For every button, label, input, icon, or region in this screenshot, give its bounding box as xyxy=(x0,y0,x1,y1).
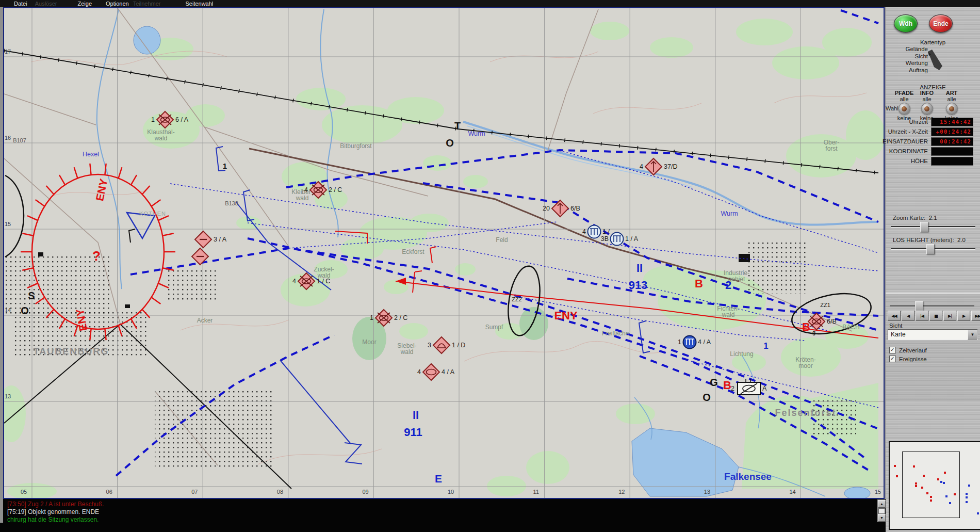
field-label: KOORDINATE xyxy=(889,148,928,154)
led-display xyxy=(931,147,973,156)
knob-pointer xyxy=(949,106,954,111)
checkbox[interactable]: ✓ xyxy=(889,356,896,362)
svg-text:6 / A: 6 / A xyxy=(175,116,189,123)
minimap-unit-dot-red xyxy=(926,492,928,494)
zoom-slider[interactable] xyxy=(891,226,975,228)
minimap-unit-dot-blue xyxy=(949,502,951,504)
svg-text:20: 20 xyxy=(543,205,550,212)
minimap[interactable] xyxy=(889,441,980,530)
wahl-label: Wahl xyxy=(886,105,899,111)
svg-text:1 / A: 1 / A xyxy=(625,235,639,243)
scrollbar-thumb[interactable] xyxy=(878,508,885,514)
minimap-unit-dot-red xyxy=(894,465,896,467)
knob-title: PFADE xyxy=(893,90,916,96)
led-value: 15:44:42 xyxy=(940,119,971,125)
chevron-down-icon[interactable]: ▼ xyxy=(968,330,977,340)
svg-text:6/B: 6/B xyxy=(570,205,580,212)
minimap-unit-dot-red xyxy=(921,487,923,489)
field-label: Uhrzeit - X-Zeit xyxy=(888,128,928,135)
svg-text:4: 4 xyxy=(640,163,643,170)
led-display: +00:24:42 xyxy=(931,127,973,136)
svg-text:4 / A: 4 / A xyxy=(698,338,711,346)
svg-text:4: 4 xyxy=(582,228,586,235)
lines-solid-blue xyxy=(216,147,650,464)
svg-text:37/D: 37/D xyxy=(664,163,677,170)
triangle-blue xyxy=(127,213,155,238)
led-value: 00:24:42 xyxy=(940,138,971,145)
menu-item-optionen[interactable]: Optionen xyxy=(106,1,129,7)
svg-text:A: A xyxy=(762,385,767,392)
svg-text:1: 1 xyxy=(678,338,681,346)
minimap-unit-dot-red xyxy=(930,499,932,502)
minimap-unit-dot-red xyxy=(923,475,925,477)
stop-button[interactable]: ■ xyxy=(929,311,942,321)
checkbox[interactable]: ✓ xyxy=(889,347,896,353)
kartentyp-option-wertung[interactable]: Wertung xyxy=(886,60,928,68)
menu-item-seitenwahl[interactable]: Seitenwahl xyxy=(185,1,213,7)
map-area[interactable]: Klausthal- waldBitburgforstKleiber- wald… xyxy=(3,7,885,499)
play-button[interactable]: ▶ xyxy=(957,311,970,321)
control-panel: Wdh Ende Kartentyp GeländeSichtWertungAu… xyxy=(886,7,980,532)
svg-text:1 / D: 1 / D xyxy=(452,342,465,349)
minimap-viewport[interactable] xyxy=(902,452,960,518)
knob-title: INFO xyxy=(916,90,938,96)
status-fields: Uhrzeit15:44:42Uhrzeit - X-Zeit+00:24:42… xyxy=(886,118,976,167)
menu-item-auslöser: Auslöser xyxy=(35,1,57,7)
wdh-button[interactable]: Wdh xyxy=(894,14,918,33)
scroll-up-icon[interactable]: ▲ xyxy=(878,500,886,508)
kartentyp-option-auftrag[interactable]: Auftrag xyxy=(886,68,928,75)
svg-text:4: 4 xyxy=(292,278,296,285)
timeline-slider[interactable] xyxy=(890,305,974,307)
playback-panel: ◀◀◀|◀■▶|▶▶▶ Sicht Karte ▼ ✓Zeitverlauf✓E… xyxy=(886,293,980,400)
minimap-unit-dot-blue xyxy=(966,496,968,498)
fast-rewind-button[interactable]: ◀◀ xyxy=(888,311,901,321)
los-value: 2.0 xyxy=(957,237,966,243)
timeline-slider-thumb[interactable] xyxy=(915,301,923,312)
field-label: HÖHE xyxy=(911,158,928,164)
log-message: [75:19] Objekt genommen. ENDE xyxy=(7,508,99,515)
field-label: EINSATZDAUER xyxy=(883,138,928,144)
kartentyp-option-gelände[interactable]: Gelände xyxy=(886,46,928,54)
play-reverse-button[interactable]: ◀ xyxy=(902,311,914,321)
kartentyp-options: GeländeSichtWertungAuftrag xyxy=(886,46,928,74)
field-label: Uhrzeit xyxy=(909,119,928,125)
zoom-slider-thumb[interactable] xyxy=(920,222,928,232)
ende-button[interactable]: Ende xyxy=(929,14,953,33)
svg-text:3B: 3B xyxy=(601,235,609,243)
knob-pointer xyxy=(924,106,929,111)
zoom-value: 2.1 xyxy=(929,215,937,221)
minimap-unit-dot-blue xyxy=(966,501,968,503)
svg-text:1 / C: 1 / C xyxy=(317,278,330,285)
checkbox-label: Ereignisse xyxy=(899,356,927,362)
svg-text:2 / C: 2 / C xyxy=(394,314,407,321)
los-slider[interactable] xyxy=(891,248,975,250)
pfade-knob[interactable] xyxy=(899,103,910,115)
fast-forward-button[interactable]: ▶▶ xyxy=(971,311,980,321)
svg-text:4: 4 xyxy=(304,186,308,194)
kartentyp-title: Kartentyp xyxy=(886,39,980,45)
map-terrain xyxy=(4,8,884,498)
minimap-unit-dot-blue xyxy=(940,481,942,483)
minimap-unit-dot-blue xyxy=(966,493,968,495)
svg-text:4: 4 xyxy=(417,368,421,376)
step-forward-button[interactable]: ▶| xyxy=(943,311,956,321)
knob-pointer xyxy=(902,106,907,111)
message-log-scrollbar[interactable]: ▲ ▼ xyxy=(877,499,885,522)
los-slider-label: LOS HEIGHT (meters): 2.0 xyxy=(893,237,966,243)
svg-text:3 / A: 3 / A xyxy=(214,236,227,243)
menu-item-zeige[interactable]: Zeige xyxy=(77,1,92,7)
sicht-label: Sicht xyxy=(889,323,903,329)
pen-cursor-icon xyxy=(927,49,944,71)
log-message: chirurg hat die Sitzung verlassen. xyxy=(7,516,99,523)
scroll-down-icon[interactable]: ▼ xyxy=(878,514,886,522)
minimap-unit-dot-red xyxy=(915,485,917,487)
menu-item-datei[interactable]: Datei xyxy=(14,1,27,7)
sicht-dropdown[interactable]: Karte ▼ xyxy=(888,329,978,340)
info-knob[interactable] xyxy=(921,103,933,115)
art-knob[interactable] xyxy=(946,103,958,115)
los-slider-thumb[interactable] xyxy=(926,244,935,254)
led-value: +00:24:42 xyxy=(936,128,971,135)
step-back-button[interactable]: |◀ xyxy=(916,311,928,321)
kartentyp-option-sicht[interactable]: Sicht xyxy=(886,54,928,61)
playback-buttons: ◀◀◀|◀■▶|▶▶▶ xyxy=(888,311,980,321)
